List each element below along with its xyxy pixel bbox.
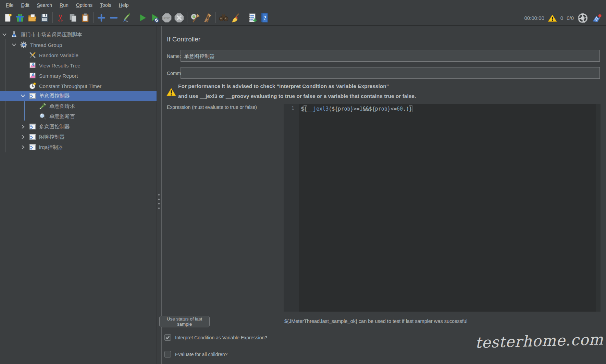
warning-triangle-icon[interactable] — [548, 14, 557, 22]
tree-node-constant-throughput-timer[interactable]: Constant Throughput Timer — [0, 81, 157, 91]
tree-node-single-intent-request[interactable]: 单意图请求 — [0, 101, 157, 111]
code-token: >= — [354, 106, 360, 112]
menu-tools[interactable]: Tools — [96, 2, 115, 8]
new-file-icon — [2, 13, 13, 23]
help-button[interactable]: ? — [258, 11, 271, 24]
tree-node-summary-report[interactable]: Summary Report — [0, 71, 157, 80]
tree-node-single-intent-assertion[interactable]: 单意图断言 — [0, 112, 157, 121]
panel-splitter[interactable] — [157, 26, 162, 364]
tree-node-view-results-tree[interactable]: View Results Tree — [0, 61, 157, 70]
page-title: If Controller — [167, 36, 200, 43]
evaluate-all-children-checkbox[interactable] — [164, 351, 171, 357]
plus-icon — [96, 13, 107, 23]
toolbar-separator — [93, 12, 94, 23]
expression-code-line[interactable]: ${__jexl3(${prob}>=1&&${prob}<=60,)} — [301, 105, 412, 113]
chevron-spacer — [21, 52, 29, 58]
tree-node-thread-group[interactable]: Thread Group — [0, 40, 157, 50]
editor-scrollbar[interactable] — [596, 104, 601, 312]
line-number: 1 — [284, 104, 299, 111]
toolbar: ✂ STOP — [0, 10, 606, 26]
function-helper-button[interactable] — [246, 11, 258, 24]
comments-input[interactable] — [181, 67, 600, 79]
shutdown-x-icon — [174, 12, 185, 23]
expression-editor[interactable]: 1 ${__jexl3(${prob}>=1&&${prob}<=60,)} — [284, 104, 601, 312]
menu-bar: FileEditSearchRunOptionsToolsHelp — [0, 0, 606, 10]
code-token: __jexl3 — [307, 106, 329, 112]
copy-button[interactable] — [67, 11, 79, 24]
if-controller-panel: If Controller Name: 单意图控制器 Comments: For… — [162, 26, 606, 364]
results-chart-icon — [29, 62, 36, 69]
stop-button[interactable]: STOP — [161, 11, 173, 24]
minus-icon — [109, 13, 119, 23]
copy-icon — [68, 13, 78, 23]
yellow-broom-icon — [231, 12, 242, 23]
clear-gear-broom-icon — [190, 12, 201, 23]
paste-button[interactable] — [79, 11, 91, 24]
toolbar-separator — [134, 12, 134, 23]
menu-edit[interactable]: Edit — [17, 2, 33, 8]
open-folder-icon — [27, 13, 37, 23]
tree-node-chat-controller[interactable]: 闲聊控制器 — [0, 132, 157, 142]
toolbar-separator — [187, 12, 187, 23]
chevron-spacer — [21, 73, 29, 78]
menu-file[interactable]: File — [2, 2, 17, 8]
save-icon — [39, 13, 50, 23]
tree-node-test-plan[interactable]: 厦门市市场监督局压测脚本 — [0, 30, 157, 39]
code-token: , — [403, 106, 406, 112]
start-button[interactable] — [136, 11, 148, 24]
save-button[interactable] — [38, 11, 51, 24]
help-book-icon: ? — [259, 12, 270, 23]
test-plan-tree: 厦门市市场监督局压测脚本 Thread Group Random Variabl… — [0, 26, 157, 364]
chevron-right-icon[interactable] — [21, 124, 29, 129]
search-reset-button[interactable] — [230, 11, 242, 24]
code-token: && — [363, 106, 369, 112]
chevron-down-icon[interactable] — [12, 42, 20, 48]
svg-text:STOP: STOP — [164, 17, 170, 19]
code-token: ${prob} — [369, 106, 391, 112]
chevron-right-icon[interactable] — [21, 134, 29, 140]
active-threads: 0/0 — [567, 15, 574, 21]
menu-help[interactable]: Help — [115, 2, 133, 8]
tree-node-random-variable[interactable]: Random Variable — [0, 50, 157, 60]
toggle-button[interactable] — [120, 11, 132, 24]
chevron-down-icon[interactable] — [2, 32, 10, 37]
code-token: $ — [301, 106, 304, 112]
templates-icon — [15, 13, 25, 23]
pencil-icon — [121, 13, 131, 23]
chevron-down-icon[interactable] — [21, 93, 29, 99]
new-file-button[interactable] — [1, 11, 14, 24]
search-button[interactable] — [218, 11, 230, 24]
threads-logo-icon — [592, 13, 602, 23]
tree-node-multi-intent-controller[interactable]: 多意图控制器 — [0, 122, 157, 131]
controller-icon — [29, 123, 36, 130]
chevron-right-icon[interactable] — [21, 145, 29, 150]
collapse-all-button[interactable] — [108, 11, 120, 24]
tree-node-irqa-controller[interactable]: irqa控制器 — [0, 142, 157, 152]
menu-options[interactable]: Options — [72, 2, 96, 8]
menu-run[interactable]: Run — [56, 2, 72, 8]
templates-button[interactable] — [14, 11, 26, 24]
use-status-of-last-sample-button[interactable]: Use status of last sample — [159, 316, 210, 327]
menu-search[interactable]: Search — [33, 2, 56, 8]
clear-button[interactable] — [189, 11, 201, 24]
shutdown-button[interactable] — [173, 11, 185, 24]
warning-text-line1: For performance it is advised to check "… — [178, 83, 389, 89]
toolbar-status: 00:00:00 0 0/0 — [524, 10, 602, 26]
tree-node-single-intent-controller[interactable]: 单意图控制器 — [0, 91, 157, 101]
open-file-button[interactable] — [26, 11, 38, 24]
code-token: { — [304, 106, 307, 112]
interpret-condition-checkbox[interactable] — [164, 334, 171, 341]
expression-label: Expression (must evaluate to true or fal… — [167, 104, 257, 110]
function-helper-icon — [247, 12, 258, 23]
start-no-pauses-button[interactable] — [148, 11, 161, 24]
code-token: ${prob} — [332, 106, 353, 112]
cut-button[interactable]: ✂ — [54, 11, 67, 24]
last-sample-helper-text: ${JMeterThread.last_sample_ok} can be us… — [284, 318, 467, 324]
controller-icon — [29, 92, 36, 100]
controller-icon — [29, 143, 36, 151]
editor-gutter: 1 — [284, 104, 299, 312]
name-input[interactable]: 单意图控制器 — [181, 50, 600, 62]
clear-all-button[interactable] — [201, 11, 214, 24]
expand-all-button[interactable] — [95, 11, 108, 24]
toolbar-separator — [244, 12, 244, 23]
